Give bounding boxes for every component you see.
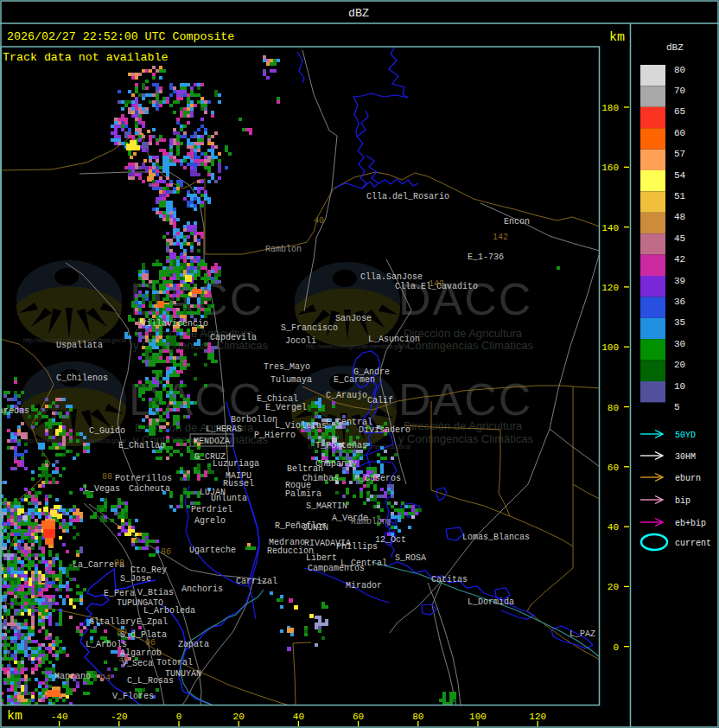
svg-text:C_Chilenos: C_Chilenos [56, 374, 108, 383]
svg-text:57: 57 [674, 149, 685, 159]
svg-text:C_L_Rosas: C_L_Rosas [127, 676, 174, 686]
svg-text:E_Carmen: E_Carmen [334, 375, 375, 385]
svg-text:Roque: Roque [285, 481, 311, 490]
svg-text:Manzano: Manzano [54, 672, 91, 681]
svg-text:0: 0 [613, 642, 619, 653]
svg-text:20: 20 [674, 360, 685, 370]
svg-text:E_Pera: E_Pera [104, 589, 135, 598]
svg-text:86: 86 [161, 547, 171, 557]
svg-text:88: 88 [102, 472, 112, 482]
svg-text:Villavicencio: Villavicencio [141, 319, 208, 329]
svg-text:E_Zpal: E_Zpal [137, 617, 168, 627]
svg-text:39: 39 [674, 276, 685, 286]
svg-text:dBZ: dBZ [348, 7, 369, 20]
svg-text:20: 20 [233, 712, 245, 722]
svg-text:10: 10 [674, 381, 685, 392]
svg-text:bip: bip [675, 496, 690, 506]
svg-text:V_Flores: V_Flores [112, 692, 154, 701]
svg-text:45: 45 [674, 233, 685, 244]
svg-text:2026/02/27 22:52:00 UTC Compos: 2026/02/27 22:52:00 UTC Composite [7, 30, 234, 43]
svg-text:dBZ: dBZ [666, 42, 684, 53]
svg-text:Beltran: Beltran [287, 464, 323, 474]
svg-text:-40: -40 [51, 712, 68, 722]
svg-text:M_Caseros: M_Caseros [354, 474, 401, 483]
svg-text:30HM: 30HM [675, 452, 696, 462]
svg-text:Perdriel: Perdriel [191, 505, 232, 514]
svg-text:Ramblon: Ramblon [265, 245, 302, 254]
svg-text:Calif: Calif [367, 396, 393, 406]
svg-text:Track data not available: Track data not available [3, 51, 169, 64]
svg-text:km: km [609, 30, 625, 45]
svg-text:L_Violetas: L_Violetas [275, 421, 327, 431]
svg-text:20: 20 [608, 582, 619, 592]
svg-text:80: 80 [412, 712, 423, 722]
svg-text:km: km [7, 709, 22, 724]
svg-text:40: 40 [293, 712, 304, 722]
svg-text:E_Vergel: E_Vergel [265, 403, 307, 412]
svg-text:P_Hierro: P_Hierro [254, 431, 296, 440]
svg-text:36: 36 [674, 297, 685, 307]
svg-text:42: 42 [674, 254, 685, 265]
svg-text:48: 48 [674, 212, 685, 222]
svg-text:Carrizal: Carrizal [236, 577, 277, 586]
svg-text:Anchoris: Anchoris [181, 584, 223, 594]
svg-text:Divisadero: Divisadero [359, 425, 410, 435]
svg-text:100: 100 [601, 342, 619, 353]
svg-text:E_Challao: E_Challao [118, 441, 165, 450]
svg-text:100: 100 [469, 712, 487, 722]
svg-text:eburn: eburn [675, 474, 701, 483]
svg-text:L_Vegas: L_Vegas [84, 484, 120, 494]
svg-text:60: 60 [353, 712, 364, 722]
svg-text:S_ROSA: S_ROSA [395, 553, 426, 563]
svg-text:eb+bip: eb+bip [675, 519, 706, 528]
svg-text:Paredas: Paredas [0, 406, 29, 416]
svg-text:JUNIN: JUNIN [302, 523, 328, 533]
svg-text:88: 88 [114, 559, 124, 568]
svg-text:S_Francisco: S_Francisco [281, 323, 338, 333]
svg-text:L_PAZ: L_PAZ [569, 629, 595, 639]
svg-text:Mirador: Mirador [346, 581, 382, 591]
svg-text:0: 0 [176, 712, 182, 722]
svg-text:40: 40 [608, 522, 619, 533]
svg-text:Zapata: Zapata [178, 640, 209, 649]
svg-text:30: 30 [674, 339, 685, 349]
svg-text:60: 60 [608, 463, 619, 473]
svg-text:96: 96 [145, 638, 156, 648]
svg-text:5: 5 [674, 402, 680, 412]
svg-text:http://www.contingencias.mendo: http://www.contingencias.mendoza.gov.ar [306, 343, 410, 350]
svg-text:Campamentos: Campamentos [308, 564, 365, 573]
svg-text:y Contingencias Climáticas: y Contingencias Climáticas [398, 432, 534, 445]
svg-text:S_MARTIN: S_MARTIN [306, 501, 347, 511]
svg-text:180: 180 [601, 103, 619, 113]
svg-text:142: 142 [429, 279, 444, 289]
svg-text:34: 34 [118, 655, 129, 664]
svg-text:140: 140 [601, 223, 619, 233]
svg-text:50YD: 50YD [675, 431, 696, 440]
svg-text:Dirección de Agricultura: Dirección de Agricultura [404, 419, 523, 432]
svg-text:65: 65 [674, 106, 685, 117]
svg-text:Tres_Mayo: Tres_Mayo [264, 362, 310, 372]
svg-text:Gltallary: Gltallary [89, 617, 136, 627]
svg-text:89: 89 [117, 628, 127, 637]
svg-text:120: 120 [601, 283, 619, 293]
svg-text:C_Guido: C_Guido [89, 426, 125, 436]
svg-text:V_Btias: V_Btias [137, 588, 174, 597]
svg-text:SanJose: SanJose [335, 314, 372, 323]
svg-text:Catitas: Catitas [431, 575, 468, 584]
svg-text:12_Oct: 12_Oct [375, 535, 406, 545]
svg-text:Palmira: Palmira [285, 489, 321, 499]
svg-text:Lomas_Blancas: Lomas_Blancas [462, 533, 530, 542]
svg-text:Libert: Libert [306, 553, 337, 563]
svg-text:Capdevila: Capdevila [210, 333, 257, 342]
svg-text:Dirección de Agricultura: Dirección de Agricultura [404, 327, 523, 340]
svg-text:S_d_Plata: S_d_Plata [120, 630, 167, 640]
svg-text:Ugarteche: Ugarteche [189, 546, 236, 555]
svg-text:80: 80 [608, 403, 619, 413]
svg-text:E_1-736: E_1-736 [468, 252, 504, 262]
svg-text:L_Dormida: L_Dormida [468, 597, 514, 607]
svg-text:Clla.del_Rosario: Clla.del_Rosario [366, 192, 449, 201]
svg-text:L_HERAS: L_HERAS [206, 425, 242, 434]
svg-text:Borbollon: Borbollon [231, 415, 277, 425]
svg-text:Jocoli: Jocoli [285, 336, 316, 346]
svg-text:-20: -20 [111, 712, 128, 722]
